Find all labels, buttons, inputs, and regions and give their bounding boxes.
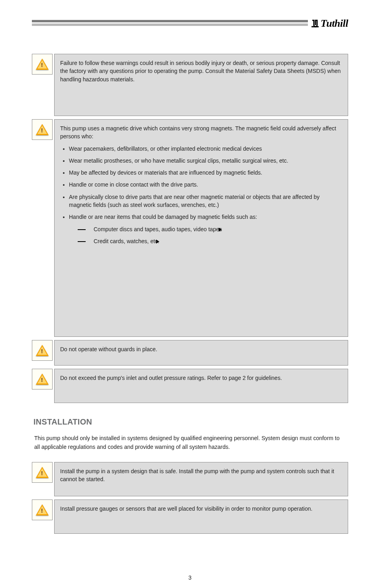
warning-icon-cell — [32, 119, 53, 140]
list-item: Are physically close to drive parts that… — [69, 193, 342, 209]
warning-triangle-icon — [36, 374, 49, 385]
warning-block: Failure to follow these warnings could r… — [32, 54, 348, 116]
header-rule-dark — [32, 20, 348, 22]
warning-text: Install pressure gauges or sensors that … — [54, 500, 348, 534]
sublist-item: Credit cards, watches, etc. — [78, 237, 342, 245]
warning-block: Do not exceed the pump's inlet and outle… — [32, 369, 348, 403]
warning-block: This pump uses a magnetic drive which co… — [32, 119, 348, 337]
warning-text: Install the pump in a system design that… — [54, 462, 348, 496]
page-number: 3 — [0, 574, 380, 581]
warning-icon-cell — [32, 462, 53, 483]
list-item: Handle or come in close contact with the… — [69, 181, 342, 189]
page-header: Tuthill — [32, 0, 348, 26]
warning-icon-cell — [32, 369, 53, 389]
warning-lead: This pump uses a magnetic drive which co… — [60, 124, 342, 141]
list-item: May be affected by devices or materials … — [69, 169, 342, 177]
brand-name: Tuthill — [321, 18, 348, 29]
warning-text: Do not exceed the pump's inlet and outle… — [54, 369, 348, 403]
list-item: Wear pacemakers, defibrillators, or othe… — [69, 145, 342, 153]
warning-block: Do not operate without guards in place. — [32, 340, 348, 366]
list-item-text: Handle or are near items that could be d… — [69, 214, 257, 220]
warning-block: Install pressure gauges or sensors that … — [32, 500, 348, 534]
warning-triangle-icon — [36, 467, 49, 478]
brand-logo: Tuthill — [308, 18, 348, 29]
warning-block: Install the pump in a system design that… — [32, 462, 348, 496]
warning-sublist: Computer discs and tapes, audio tapes, v… — [69, 225, 342, 246]
warning-triangle-icon — [36, 124, 49, 135]
brand-mark-icon — [310, 19, 320, 28]
warning-text: Failure to follow these warnings could r… — [54, 54, 348, 116]
warning-bullet-list: Wear pacemakers, defibrillators, or othe… — [60, 145, 342, 246]
header-rule-light — [32, 24, 348, 26]
warning-text: This pump uses a magnetic drive which co… — [54, 119, 348, 337]
warning-icon-cell — [32, 500, 53, 520]
warning-triangle-icon — [36, 345, 49, 356]
list-item: Handle or are near items that could be d… — [69, 213, 342, 245]
section-title: INSTALLATION — [33, 417, 348, 427]
content: Failure to follow these warnings could r… — [32, 26, 348, 534]
warning-icon-cell — [32, 340, 53, 361]
page: Tuthill Failure to follow these warnings… — [0, 0, 380, 588]
warning-triangle-icon — [36, 59, 49, 70]
warning-text: Do not operate without guards in place. — [54, 340, 348, 366]
warning-icon-cell — [32, 54, 53, 75]
section-prelude: This pump should only be installed in sy… — [34, 434, 346, 452]
sublist-item: Computer discs and tapes, audio tapes, v… — [78, 225, 342, 233]
warning-triangle-icon — [36, 504, 49, 515]
list-item: Wear metallic prostheses, or who have me… — [69, 157, 342, 165]
